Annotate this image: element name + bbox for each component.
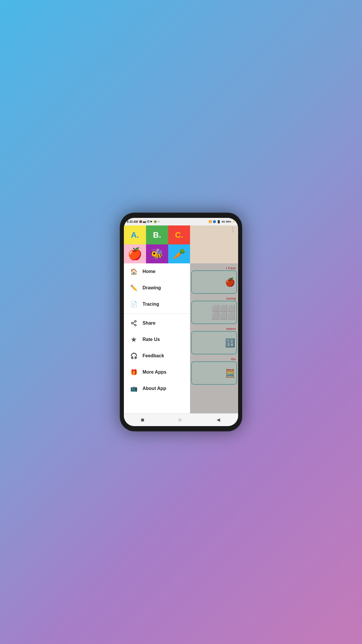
letter-b: B. <box>153 230 161 240</box>
about-icon <box>130 384 138 393</box>
feedback-icon <box>130 352 138 360</box>
header-right: ⋮ <box>190 225 238 263</box>
nav-item-home[interactable]: Home <box>124 263 190 280</box>
nav-item-aboutapp[interactable]: About App <box>124 380 190 397</box>
bottom-nav: ■ ○ ◄ <box>124 413 238 426</box>
nav-drawing-label: Drawing <box>143 285 161 290</box>
carrot-cell: 🥕 <box>168 244 190 263</box>
svg-point-0 <box>135 321 136 322</box>
main-content: r Case 🍎 racing ⬜⬜⬜⬜⬜⬜ mbers 🔢 <box>124 263 238 413</box>
nav-drawer: Home Drawing Tracing <box>124 263 190 413</box>
letter-c: C. <box>175 230 183 240</box>
nav-home-label: Home <box>143 269 155 274</box>
letter-c-cell: C. <box>168 225 190 244</box>
wifi-icon: 📶 <box>209 220 212 223</box>
home-icon <box>130 267 138 276</box>
status-time: 8:33 AM <box>127 220 138 223</box>
svg-line-4 <box>133 322 135 323</box>
nav-divider <box>124 314 190 314</box>
letter-a: A. <box>131 230 139 240</box>
recent-apps-button[interactable]: ■ <box>135 415 150 425</box>
nav-item-tracing[interactable]: Tracing <box>124 296 190 312</box>
battery-icon: ⚡ <box>232 220 235 223</box>
bee-icon: 🐝 <box>150 248 164 260</box>
signal-strength: ▐▌ <box>217 220 221 223</box>
nav-item-share[interactable]: Share <box>124 315 190 331</box>
status-right: 📶 🔵 ▐▌ 4G 56% ⚡ <box>209 220 235 223</box>
nav-moreapps-label: More Apps <box>143 370 166 375</box>
nav-feedback-label: Feedback <box>143 353 164 358</box>
back-button[interactable]: ◄ <box>210 415 227 425</box>
nav-share-label: Share <box>143 321 155 326</box>
svg-point-1 <box>131 322 133 324</box>
home-button[interactable]: ○ <box>172 415 187 425</box>
phone-device: 8:33 AM 📵 📷 Ⓕ ▶ 🟢 ··· 📶 🔵 ▐▌ 4G 56% ⚡ A.… <box>120 213 242 431</box>
carrot-icon: 🥕 <box>173 248 186 260</box>
nav-tracing-label: Tracing <box>143 302 159 307</box>
bluetooth-icon: 🔵 <box>213 220 216 223</box>
app-header: A. B. C. 🍎 🐝 🥕 ⋮ <box>124 225 238 263</box>
nav-rateus-label: Rate Us <box>143 337 160 342</box>
phone-screen: 8:33 AM 📵 📷 Ⓕ ▶ 🟢 ··· 📶 🔵 ▐▌ 4G 56% ⚡ A.… <box>124 218 238 426</box>
nav-aboutapp-label: About App <box>143 386 166 391</box>
svg-marker-5 <box>131 337 136 342</box>
letter-a-cell: A. <box>124 225 146 244</box>
three-dots-menu[interactable]: ⋮ <box>230 227 236 232</box>
network-type: 4G <box>222 220 225 223</box>
nav-item-moreapps[interactable]: More Apps <box>124 364 190 380</box>
status-left: 8:33 AM 📵 📷 Ⓕ ▶ 🟢 ··· <box>127 220 160 224</box>
rate-icon <box>130 335 138 344</box>
moreapps-icon <box>130 368 138 376</box>
apple-icon: 🍎 <box>128 247 142 261</box>
nav-item-rateus[interactable]: Rate Us <box>124 331 190 348</box>
apple-cell: 🍎 <box>124 244 146 263</box>
svg-point-2 <box>135 324 136 326</box>
nav-item-feedback[interactable]: Feedback <box>124 348 190 364</box>
pencil-icon <box>130 284 138 292</box>
bee-cell: 🐝 <box>146 244 168 263</box>
status-bar: 8:33 AM 📵 📷 Ⓕ ▶ 🟢 ··· 📶 🔵 ▐▌ 4G 56% ⚡ <box>124 218 238 225</box>
tracing-icon <box>130 300 138 308</box>
battery-level: 56% <box>226 220 231 223</box>
svg-line-3 <box>133 323 135 325</box>
nav-item-drawing[interactable]: Drawing <box>124 280 190 296</box>
share-icon <box>130 319 138 327</box>
letter-b-cell: B. <box>146 225 168 244</box>
status-icons: 📵 📷 Ⓕ ▶ 🟢 ··· <box>139 220 160 224</box>
header-abc-grid: A. B. C. 🍎 🐝 🥕 <box>124 225 190 263</box>
